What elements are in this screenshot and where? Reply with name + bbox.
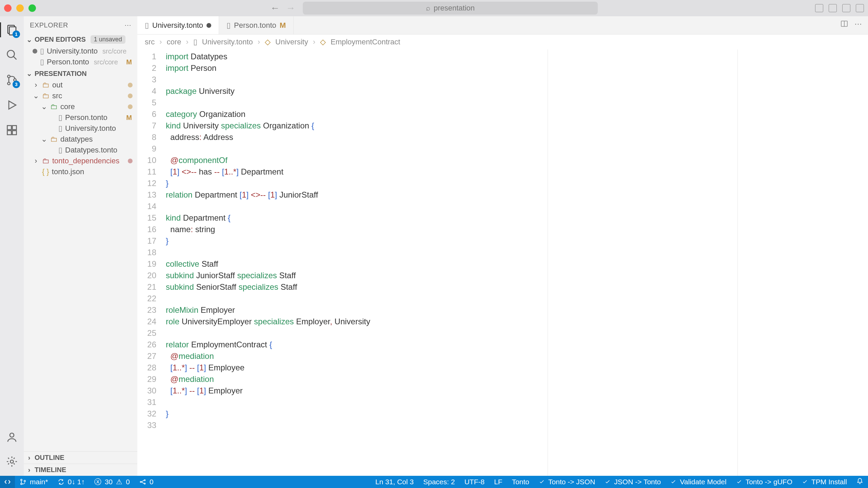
maximize-window-button[interactable] xyxy=(28,4,36,12)
code-line[interactable]: } xyxy=(166,408,370,420)
file-icon: ▯ xyxy=(193,38,197,46)
open-editors-header[interactable]: ⌄ OPEN EDITORS 1 unsaved xyxy=(24,34,137,45)
code-line[interactable]: category Organization xyxy=(166,108,370,120)
code-line[interactable] xyxy=(166,74,370,85)
breadcrumb-segment[interactable]: src xyxy=(145,38,155,46)
breadcrumb-segment[interactable]: University.tonto xyxy=(202,38,253,46)
status-action[interactable]: Tonto -> JSON xyxy=(534,478,600,486)
cursor-position[interactable]: Ln 31, Col 3 xyxy=(371,478,418,486)
editor-more-icon[interactable]: ⋯ xyxy=(854,20,862,28)
code-line[interactable]: } xyxy=(166,235,370,247)
svg-line-3 xyxy=(14,57,17,60)
search-activity-icon[interactable] xyxy=(4,47,19,62)
git-branch-status[interactable]: main* xyxy=(15,476,53,488)
remote-indicator[interactable] xyxy=(0,476,15,488)
project-header[interactable]: ⌄ PRESENTATION xyxy=(24,68,137,79)
git-sync-status[interactable]: 0↓ 1↑ xyxy=(53,476,90,488)
tree-item[interactable]: ⌄🗀datatypes xyxy=(24,134,137,145)
code-line[interactable] xyxy=(166,396,370,408)
command-center-search[interactable]: ⌕ presentation xyxy=(303,2,598,15)
code-line[interactable]: [1..*] -- [1] Employer xyxy=(166,385,370,396)
eol-status[interactable]: LF xyxy=(489,478,507,486)
open-editor-item[interactable]: ▯University.tontosrc/core xyxy=(24,46,137,57)
notifications-icon[interactable] xyxy=(852,478,868,485)
extensions-icon[interactable] xyxy=(4,123,19,138)
code-line[interactable] xyxy=(166,247,370,258)
status-action[interactable]: Tonto -> gUFO xyxy=(731,478,797,486)
timeline-header[interactable]: ›TIMELINE xyxy=(24,464,137,476)
breadcrumb-segment[interactable]: EmploymentContract xyxy=(331,38,400,46)
svg-marker-7 xyxy=(9,101,16,109)
status-action[interactable]: Validate Model xyxy=(666,478,731,486)
tree-item[interactable]: ▯University.tonto xyxy=(24,123,137,134)
code-line[interactable]: relation Department [1] <>-- [1] JuniorS… xyxy=(166,189,370,201)
editor-tab[interactable]: ▯University.tonto xyxy=(137,16,219,34)
indentation-status[interactable]: Spaces: 2 xyxy=(418,478,459,486)
open-editor-item[interactable]: ▯Person.tontosrc/coreM xyxy=(24,57,137,67)
dirty-indicator xyxy=(206,23,211,28)
problems-status[interactable]: ⓧ30 ⚠0 xyxy=(90,476,135,488)
source-control-icon[interactable]: 3 xyxy=(4,73,19,87)
settings-gear-icon[interactable] xyxy=(4,454,19,469)
folder-icon: 🗀 xyxy=(50,135,58,144)
code-line[interactable]: subkind JuniorStaff specializes Staff xyxy=(166,270,370,281)
code-line[interactable]: address: Address xyxy=(166,131,370,143)
code-line[interactable] xyxy=(166,143,370,155)
svg-point-18 xyxy=(24,480,25,482)
breadcrumb-segment[interactable]: core xyxy=(167,38,181,46)
tree-item[interactable]: ▯Person.tontoM xyxy=(24,112,137,123)
code-line[interactable] xyxy=(166,293,370,304)
nav-back-icon[interactable]: ← xyxy=(270,3,280,14)
close-window-button[interactable] xyxy=(4,4,12,12)
code-editor[interactable]: 1234567891011121314151617181920212223242… xyxy=(137,49,868,476)
code-line[interactable]: relator EmploymentContract { xyxy=(166,339,370,350)
status-action[interactable]: TPM Install xyxy=(797,478,852,486)
nav-forward-icon[interactable]: → xyxy=(286,3,295,14)
outline-header[interactable]: ›OUTLINE xyxy=(24,451,137,464)
code-line[interactable] xyxy=(166,327,370,339)
code-line[interactable]: @mediation xyxy=(166,373,370,385)
toggle-panel-icon[interactable] xyxy=(829,4,837,12)
tree-item[interactable]: ⌄🗀core xyxy=(24,101,137,112)
breadcrumb-segment[interactable]: University xyxy=(275,38,308,46)
customize-layout-icon[interactable] xyxy=(856,4,864,12)
breadcrumb[interactable]: src›core›▯University.tonto›◇University›◇… xyxy=(137,35,868,49)
tree-item[interactable]: ▯Datatypes.tonto xyxy=(24,145,137,156)
encoding-status[interactable]: UTF-8 xyxy=(460,478,490,486)
sidebar-more-icon[interactable]: ⋯ xyxy=(124,21,132,29)
code-line[interactable]: [1] <>-- has -- [1..*] Department xyxy=(166,166,370,178)
ports-status[interactable]: 0 xyxy=(135,476,158,488)
run-debug-icon[interactable] xyxy=(4,98,19,113)
minimize-window-button[interactable] xyxy=(16,4,24,12)
tree-item[interactable]: { }tonto.json xyxy=(24,166,137,177)
code-line[interactable]: subkind SeniorStaff specializes Staff xyxy=(166,281,370,293)
code-line[interactable]: @componentOf xyxy=(166,155,370,166)
code-line[interactable]: package University xyxy=(166,85,370,97)
code-line[interactable]: @mediation xyxy=(166,350,370,362)
language-mode[interactable]: Tonto xyxy=(507,478,534,486)
code-line[interactable] xyxy=(166,201,370,212)
tree-item[interactable]: ›🗀out xyxy=(24,80,137,90)
split-editor-icon[interactable] xyxy=(840,20,848,28)
code-line[interactable]: kind Department { xyxy=(166,212,370,224)
code-line[interactable] xyxy=(166,420,370,431)
toggle-secondary-sidebar-icon[interactable] xyxy=(842,4,850,12)
tree-item[interactable]: ⌄🗀src xyxy=(24,90,137,101)
code-line[interactable] xyxy=(166,97,370,108)
toggle-primary-sidebar-icon[interactable] xyxy=(815,4,823,12)
code-line[interactable]: collective Staff xyxy=(166,258,370,270)
editor-tab[interactable]: ▯Person.tontoM xyxy=(219,16,294,34)
code-line[interactable]: roleMixin Employer xyxy=(166,304,370,316)
code-line[interactable]: kind University specializes Organization… xyxy=(166,120,370,131)
code-line[interactable]: import Person xyxy=(166,62,370,74)
status-action[interactable]: JSON -> Tonto xyxy=(600,478,666,486)
code-line[interactable]: import Datatypes xyxy=(166,51,370,62)
accounts-icon[interactable] xyxy=(4,430,19,445)
code-line[interactable]: } xyxy=(166,178,370,189)
code-line[interactable]: role UniversityEmployer specializes Empl… xyxy=(166,316,370,327)
code-line[interactable]: name: string xyxy=(166,224,370,235)
svg-rect-10 xyxy=(7,131,12,135)
tree-item[interactable]: ›🗀tonto_dependencies xyxy=(24,156,137,166)
explorer-icon[interactable]: 1 xyxy=(4,22,19,37)
code-line[interactable]: [1..*] -- [1] Employee xyxy=(166,362,370,373)
